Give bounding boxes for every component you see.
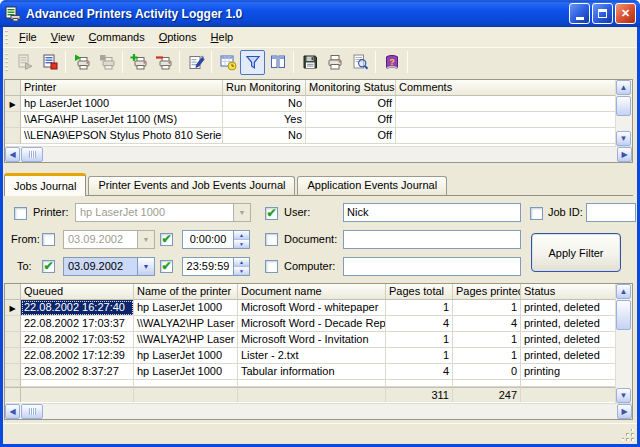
scrollbar-thumb[interactable] xyxy=(616,96,631,116)
from-time-spinner[interactable]: 0:00:00 ▲▼ xyxy=(182,230,250,249)
printer-filter-checkbox[interactable]: ✔ xyxy=(14,207,27,220)
cell-printer-name[interactable]: \\WALYA2\HP Laser xyxy=(134,332,238,348)
cell-run-monitoring[interactable]: No xyxy=(223,96,306,112)
cell-run-monitoring[interactable]: Yes xyxy=(223,112,306,128)
scroll-up-icon[interactable]: ▲ xyxy=(616,80,631,95)
column-header-printer-name[interactable]: Name of the printer xyxy=(134,284,238,300)
add-printer-icon[interactable] xyxy=(126,50,151,75)
table-row[interactable]: 22.08.2002 17:03:52 \\WALYA2\HP Laser Mi… xyxy=(5,332,632,348)
resize-grip-handle[interactable] xyxy=(622,429,635,442)
from-date-combobox[interactable]: 03.09.2002 ▼ xyxy=(63,230,155,249)
printers-vertical-scrollbar[interactable]: ▲ ▼ xyxy=(615,80,632,146)
table-row[interactable]: ▶ 22.08.2002 16:27:40 hp LaserJet 1000 M… xyxy=(5,300,632,316)
apply-filter-button[interactable]: Apply Filter xyxy=(531,233,621,272)
menu-view[interactable]: View xyxy=(44,28,82,46)
scroll-right-icon[interactable]: ▶ xyxy=(617,147,632,162)
chevron-down-icon[interactable]: ▼ xyxy=(233,204,250,221)
table-row[interactable]: 23.08.2002 8:37:27 hp LaserJet 1000 Tabu… xyxy=(5,364,632,380)
cell-printer-name[interactable]: hp LaserJet 1000 xyxy=(134,364,238,380)
cell-document-name[interactable]: Microsoft Word - whitepaper xyxy=(238,300,386,316)
cell-pages-total[interactable]: 4 xyxy=(386,316,453,332)
cell-printer-name[interactable]: hp LaserJet 1000 xyxy=(134,348,238,364)
delete-report-icon[interactable] xyxy=(37,50,62,75)
start-monitoring-icon[interactable] xyxy=(69,50,94,75)
toolbar-grip-handle[interactable] xyxy=(5,53,8,71)
close-button[interactable]: ✕ xyxy=(615,3,636,24)
job-id-input[interactable] xyxy=(586,203,636,222)
tab-jobs-journal[interactable]: Jobs Journal xyxy=(4,173,86,196)
table-row[interactable]: \\AFGA\HP LaserJet 1100 (MS) Yes Off xyxy=(5,112,632,128)
cell-comments[interactable] xyxy=(396,128,632,144)
from-date-checkbox[interactable]: ✔ xyxy=(42,233,55,246)
cell-printer-name[interactable]: hp LaserJet 1000 xyxy=(134,300,238,316)
cell-comments[interactable] xyxy=(396,96,632,112)
to-time-checkbox[interactable]: ✔ xyxy=(160,260,173,273)
print-preview-icon[interactable] xyxy=(347,50,372,75)
minimize-button[interactable] xyxy=(569,3,590,24)
cell-printer[interactable]: \\AFGA\HP LaserJet 1100 (MS) xyxy=(21,112,223,128)
scrollbar-thumb[interactable] xyxy=(616,300,631,330)
to-date-combobox[interactable]: 03.09.2002 ▼ xyxy=(63,257,155,276)
menu-commands[interactable]: Commands xyxy=(81,28,151,46)
cell-queued[interactable]: 23.08.2002 8:37:27 xyxy=(21,364,134,380)
cell-pages-total[interactable]: 1 xyxy=(386,332,453,348)
cell-pages-total[interactable]: 1 xyxy=(386,300,453,316)
column-header-pages-printed[interactable]: Pages printed xyxy=(453,284,521,300)
printer-filter-combobox[interactable]: hp LaserJet 1000 ▼ xyxy=(75,203,251,222)
computer-input[interactable] xyxy=(343,257,521,276)
document-input[interactable] xyxy=(343,230,521,249)
export-report-icon[interactable] xyxy=(12,50,37,75)
scroll-up-icon[interactable]: ▲ xyxy=(616,284,631,299)
cell-queued[interactable]: 22.08.2002 17:03:37 xyxy=(21,316,134,332)
from-time-checkbox[interactable]: ✔ xyxy=(160,233,173,246)
job-id-filter-checkbox[interactable]: ✔ xyxy=(530,207,543,220)
tab-printer-events-journal[interactable]: Printer Events and Job Events Journal xyxy=(88,176,295,195)
spin-down-icon[interactable]: ▼ xyxy=(234,240,249,248)
scrollbar-thumb[interactable] xyxy=(21,404,43,419)
menu-options[interactable]: Options xyxy=(152,28,204,46)
user-input[interactable]: Nick xyxy=(343,203,521,222)
scroll-left-icon[interactable]: ◀ xyxy=(5,404,20,419)
tab-application-events-journal[interactable]: Application Events Journal xyxy=(297,176,447,195)
to-date-checkbox[interactable]: ✔ xyxy=(42,260,55,273)
cell-comments[interactable] xyxy=(396,112,632,128)
to-time-spinner[interactable]: 23:59:59 ▲▼ xyxy=(182,257,250,276)
cell-pages-printed[interactable]: 1 xyxy=(453,300,521,316)
spin-up-icon[interactable]: ▲ xyxy=(234,231,249,240)
help-icon[interactable]: ? xyxy=(379,50,404,75)
columns-icon[interactable] xyxy=(265,50,290,75)
cell-pages-printed[interactable]: 1 xyxy=(453,348,521,364)
view-journal-icon[interactable] xyxy=(215,50,240,75)
cell-document-name[interactable]: Lister - 2.txt xyxy=(238,348,386,364)
filter-icon[interactable] xyxy=(240,50,265,75)
cell-pages-printed[interactable]: 0 xyxy=(453,364,521,380)
cell-pages-printed[interactable]: 4 xyxy=(453,316,521,332)
scroll-down-icon[interactable]: ▼ xyxy=(616,388,631,403)
computer-filter-checkbox[interactable]: ✔ xyxy=(265,260,278,273)
cell-monitoring-status[interactable]: Off xyxy=(306,96,396,112)
printer-properties-icon[interactable] xyxy=(183,50,208,75)
spin-down-icon[interactable]: ▼ xyxy=(234,267,249,275)
chevron-down-icon[interactable]: ▼ xyxy=(137,231,154,248)
save-icon[interactable] xyxy=(297,50,322,75)
cell-queued[interactable]: 22.08.2002 17:03:52 xyxy=(21,332,134,348)
maximize-button[interactable] xyxy=(592,3,613,24)
table-row[interactable]: ▶ hp LaserJet 1000 No Off xyxy=(5,96,632,112)
cell-pages-total[interactable]: 4 xyxy=(386,364,453,380)
column-header-document-name[interactable]: Document name xyxy=(238,284,386,300)
table-row[interactable]: 22.08.2002 17:12:39 hp LaserJet 1000 Lis… xyxy=(5,348,632,364)
cell-pages-printed[interactable]: 1 xyxy=(453,332,521,348)
cell-document-name[interactable]: Tabular information xyxy=(238,364,386,380)
jobs-horizontal-scrollbar[interactable]: ◀ ▶ xyxy=(5,403,632,419)
cell-queued[interactable]: 22.08.2002 17:12:39 xyxy=(21,348,134,364)
document-filter-checkbox[interactable]: ✔ xyxy=(265,233,278,246)
cell-monitoring-status[interactable]: Off xyxy=(306,112,396,128)
printers-horizontal-scrollbar[interactable]: ◀ ▶ xyxy=(5,146,632,162)
print-icon[interactable] xyxy=(322,50,347,75)
table-row[interactable]: \\LENA9\EPSON Stylus Photo 810 Series No… xyxy=(5,128,632,144)
cell-document-name[interactable]: Microsoft Word - Decade Repo xyxy=(238,316,386,332)
chevron-down-icon[interactable]: ▼ xyxy=(137,258,154,275)
cell-queued[interactable]: 22.08.2002 16:27:40 xyxy=(21,300,134,316)
column-header-comments[interactable]: Comments xyxy=(396,80,632,96)
column-header-monitoring-status[interactable]: Monitoring Status xyxy=(306,80,396,96)
